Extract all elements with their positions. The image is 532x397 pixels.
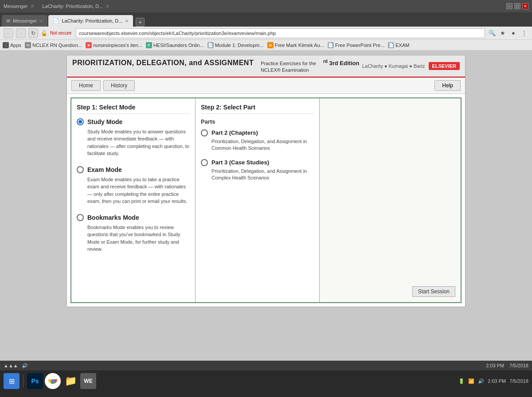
search-icon[interactable]: 🔍 (488, 29, 497, 38)
bookmarks-mode-option: Bookmarks Mode Bookmarks Mode enables yo… (77, 214, 190, 253)
hesi-bookmark[interactable]: e HESI/Saunders Onlin... (146, 42, 204, 48)
browser-window: Messenger ✕ LaCharity: Prioritization, D… (0, 0, 532, 361)
nclex-icon: N (25, 42, 31, 48)
tab2-label[interactable]: LaCharity: Prioritization, D... (42, 4, 103, 9)
subtitle-line2: NCLEX® Examination (261, 67, 309, 73)
title-bar: Messenger ✕ LaCharity: Prioritization, D… (0, 0, 532, 12)
chrome-icon[interactable] (45, 373, 61, 389)
bookmark-star-icon[interactable]: ★ (498, 29, 507, 38)
powerpoint-label: Free PowerPoint Pre... (335, 43, 384, 48)
profile-icon[interactable]: ● (509, 29, 518, 38)
we-icon[interactable]: WE (80, 373, 96, 389)
part3-radio[interactable] (201, 159, 208, 166)
part3-option: Part 3 (Case Studies) Prioritization, De… (201, 159, 314, 182)
home-button[interactable]: Home (71, 80, 101, 91)
exam-bookmark[interactable]: 📄 EXAM (388, 42, 409, 48)
edition-superscript: rd (323, 59, 328, 64)
nclex-label: NCLEX RN Question... (32, 43, 82, 48)
nursesinpieces-icon: ● (86, 42, 92, 48)
part3-desc: Prioritization, Delegation, and Assignme… (211, 168, 314, 182)
elsevier-btn: ELSEVIER (429, 62, 460, 70)
tab-lacharity-icon: 📄 (53, 18, 59, 24)
bookmarks-bar: ⋮ Apps N NCLEX RN Question... ● nursesin… (0, 40, 532, 51)
edition-label: rd 3rd Edition (323, 59, 360, 66)
part2-option: Part 2 (Chapters) Prioritization, Delega… (201, 129, 314, 152)
part2-radio[interactable] (201, 129, 208, 136)
not-secure-label: Not secure (50, 31, 71, 35)
tray-time: 2:03 PM (488, 378, 506, 384)
wifi-icon: 📶 (468, 378, 474, 384)
study-mode-radio[interactable] (77, 118, 84, 125)
app-nav: Home History Help (67, 78, 465, 94)
svg-point-2 (51, 379, 55, 383)
signal-icon: ▲▲▲ (4, 363, 18, 369)
tab-bar: ✉ Messenger ✕ 📄 LaCharity: Prioritizatio… (0, 12, 532, 27)
tab-lacharity[interactable]: 📄 LaCharity: Prioritization, D... ✕ (48, 15, 133, 27)
apps-label: Apps (10, 43, 21, 48)
folder-icon[interactable]: 📁 (63, 373, 78, 389)
exam-mode-radio[interactable] (77, 166, 84, 173)
part2-desc: Prioritization, Delegation, and Assignme… (211, 138, 314, 152)
powerpoint-bookmark[interactable]: 📄 Free PowerPoint Pre... (328, 42, 384, 48)
apps-bookmark[interactable]: ⋮ Apps (3, 42, 21, 48)
study-mode-title: Study Mode (87, 118, 122, 125)
exam-mode-title: Exam Mode (87, 166, 122, 173)
lock-icon: 🔓 (41, 30, 47, 36)
battery-icon: 🔋 (458, 378, 465, 384)
taskbar: ⊞ Ps 📁 WE 🔋 📶 🔊 2:03 PM 7/5/2018 (0, 370, 532, 392)
tab-lacharity-close[interactable]: ✕ (125, 19, 129, 23)
help-button[interactable]: Help (434, 80, 461, 91)
nursesinpieces-bookmark[interactable]: ● nursesinpieces's iten... (86, 42, 142, 48)
history-button[interactable]: History (103, 80, 135, 91)
app-container: PRIORITIZATION, DELEGATION, and ASSIGNME… (66, 55, 466, 307)
module-bookmark[interactable]: 📄 Module 1: Developm... (207, 42, 264, 48)
tray-date: 7/5/2018 (509, 378, 528, 384)
volume-icon: 🔊 (22, 363, 28, 369)
refresh-btn[interactable]: ↻ (28, 28, 38, 38)
step2-col: Step 2: Select Part Parts Part 2 (Chapte… (196, 98, 320, 302)
app-title: PRIORITIZATION, DELEGATION, and ASSIGNME… (72, 59, 254, 67)
forward-btn[interactable]: → (16, 28, 26, 38)
photoshop-icon[interactable]: Ps (27, 373, 43, 389)
exam-mode-option: Exam Mode Exam Mode enables you to take … (77, 166, 190, 205)
settings-icon[interactable]: ⋮ (520, 29, 528, 38)
study-mode-option: Study Mode Study Mode enables you to ans… (77, 118, 190, 157)
bookmarks-mode-label: Bookmarks Mode (77, 214, 190, 221)
status-right: 2:03 PM 7/5/2018 (486, 363, 528, 368)
taskbar-separator (23, 374, 23, 388)
tab1-label[interactable]: Messenger (4, 4, 27, 9)
klimek-bookmark[interactable]: ⊕ Free Mark Klimek Au... (267, 42, 324, 48)
windows-btn[interactable]: ⊞ (4, 373, 20, 389)
klimek-icon: ⊕ (267, 42, 274, 48)
nav-icons: 🔍 ★ ● ⋮ (488, 29, 528, 38)
time-label: 2:03 PM (486, 363, 504, 368)
window-controls: – □ ✕ (506, 3, 528, 9)
tab-lacharity-label: LaCharity: Prioritization, D... (62, 18, 122, 23)
edition-text: 3rd Edition (329, 60, 360, 66)
module-label: Module 1: Developm... (215, 43, 264, 48)
volume-tray-icon: 🔊 (478, 378, 484, 384)
bookmarks-mode-radio[interactable] (77, 214, 84, 221)
nclex-bookmark[interactable]: N NCLEX RN Question... (25, 42, 82, 48)
app-branding: LaCharity ● Kumagai ● Bartz ELSEVIER (362, 62, 460, 70)
app-header: PRIORITIZATION, DELEGATION, and ASSIGNME… (67, 55, 465, 78)
minimize-btn[interactable]: – (506, 3, 512, 9)
back-btn[interactable]: ← (4, 28, 13, 38)
address-bar[interactable] (76, 28, 485, 38)
tab-messenger-close[interactable]: ✕ (39, 19, 43, 23)
part2-label: Part 2 (Chapters) (201, 129, 314, 136)
exam-label: EXAM (395, 43, 409, 48)
new-tab-btn[interactable]: + (136, 18, 145, 27)
maximize-btn[interactable]: □ (514, 3, 520, 9)
part3-label: Part 3 (Case Studies) (201, 159, 314, 166)
step1-header: Step 1: Select Mode (77, 104, 190, 114)
tab-messenger-label: Messenger (13, 18, 37, 23)
tab-messenger[interactable]: ✉ Messenger ✕ (2, 15, 47, 27)
status-left: ▲▲▲ 🔊 (4, 363, 28, 369)
step3-col: Start Session (320, 98, 461, 302)
hesi-icon: e (146, 42, 152, 48)
part2-title: Part 2 (Chapters) (211, 129, 258, 136)
start-session-button[interactable]: Start Session (412, 286, 455, 297)
close-btn[interactable]: ✕ (522, 3, 528, 9)
main-grid: Step 1: Select Mode Study Mode Study Mod… (70, 97, 462, 303)
